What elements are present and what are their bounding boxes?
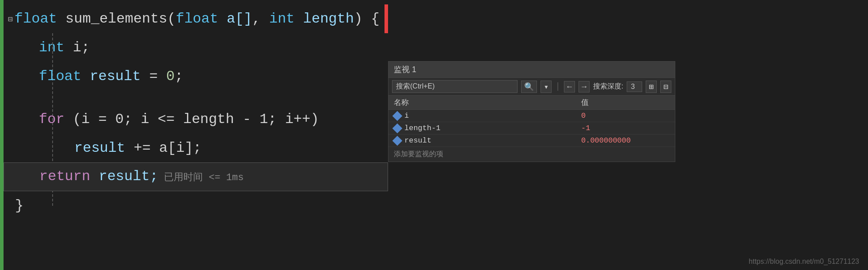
code-line-3: float result = 0; (4, 62, 388, 91)
watch-row-result[interactable]: result 0.000000000 (388, 135, 675, 147)
code-line-empty (4, 91, 388, 105)
depth-label: 搜索深度: (593, 82, 623, 91)
kw-int-1: int (269, 11, 295, 27)
punc-2: ) { (354, 11, 380, 27)
separator-1: | (555, 81, 560, 92)
watch-icon-length (392, 123, 403, 133)
collapse-icon[interactable]: ⊟ (8, 14, 13, 24)
kw-return: return (39, 168, 90, 185)
kw-float-3: float (39, 68, 81, 85)
watch-search-box[interactable]: 搜索(Ctrl+E) (392, 80, 518, 93)
depth-value[interactable]: 3 (627, 81, 642, 92)
line4-op1: = (98, 111, 107, 127)
code-line-1: ⊟ float sum_elements(float a[], int leng… (4, 4, 388, 33)
col-name-header: 名称 (394, 97, 581, 108)
code-line-6-text: return result; 已用时间 <= 1ms (39, 162, 244, 192)
line3-end: ; (175, 68, 183, 85)
line5-op: += (125, 140, 151, 156)
kw-float-2: float (176, 11, 218, 27)
line5-rest: a[i]; (151, 140, 202, 156)
code-line-5: result += a[i]; (4, 134, 388, 162)
watch-name-length: length-1 (394, 124, 581, 132)
line5-result: result (74, 140, 125, 156)
code-line-5-text: result += a[i]; (74, 134, 202, 162)
line4-rest3: length (175, 111, 243, 127)
col-value-header: 值 (581, 97, 670, 108)
line3-op: = (149, 68, 158, 85)
closing-brace: } (15, 197, 23, 214)
options-icon[interactable]: ⊟ (660, 81, 671, 93)
left-border (0, 0, 4, 270)
line6-rest: result; (90, 168, 158, 185)
watch-panel: 监视 1 搜索(Ctrl+E) 🔍 ▾ | ← → 搜索深度: 3 ⊞ ⊟ 名称… (388, 61, 675, 162)
kw-float-1: float (15, 11, 57, 27)
line4-op3: - (243, 111, 251, 127)
line3-result: result (81, 68, 149, 85)
param-a: a[] (218, 11, 252, 27)
red-indicator (385, 4, 388, 33)
line6-time: 已用时间 <= 1ms (158, 172, 244, 183)
watch-value-i: 0 (581, 112, 670, 120)
code-line-7-text: } (8, 191, 23, 220)
watch-icon-result (392, 135, 403, 146)
code-line-1-text: float sum_elements(float a[], int length… (15, 4, 380, 33)
kw-int-2: int (39, 39, 65, 56)
watch-name-result: result (394, 136, 581, 145)
code-line-2-text: int i; (39, 33, 90, 62)
punc-1: , (252, 11, 269, 27)
filter-icon[interactable]: ⊞ (646, 81, 657, 93)
watermark: https://blog.csdn.net/m0_51271123 (749, 258, 859, 266)
line2-rest: i; (65, 39, 90, 56)
watch-row-i[interactable]: i 0 (388, 110, 675, 122)
kw-for: for (39, 111, 65, 127)
line4-rest1: (i (65, 111, 99, 127)
line4-rest2: 0; i (107, 111, 158, 127)
code-line-3-text: float result = 0; (39, 62, 183, 91)
search-icon[interactable]: 🔍 (521, 81, 537, 93)
watch-header: 名称 值 (388, 96, 675, 110)
code-line-2: int i; (4, 33, 388, 62)
forward-icon[interactable]: → (579, 81, 590, 93)
code-line-7: } (4, 191, 388, 220)
code-area: ⊟ float sum_elements(float a[], int leng… (4, 0, 388, 270)
watch-value-result: 0.000000000 (581, 136, 670, 145)
watch-row-length[interactable]: length-1 -1 (388, 122, 675, 135)
dropdown-icon[interactable]: ▾ (541, 81, 552, 93)
fn-name: sum_elements( (57, 11, 176, 27)
code-line-4-text: for (i = 0; i <= length - 1; i++) (39, 105, 319, 134)
line4-rest4: 1; i++) (251, 111, 319, 127)
watch-name-i: i (394, 112, 581, 120)
watch-add-hint[interactable]: 添加要监视的项 (388, 147, 675, 162)
watch-value-length: -1 (581, 124, 670, 132)
line3-num: 0 (158, 68, 175, 85)
line4-op2: <= (158, 111, 175, 127)
back-icon[interactable]: ← (564, 81, 575, 93)
code-line-4: for (i = 0; i <= length - 1; i++) (4, 105, 388, 134)
watch-icon-i (392, 111, 403, 121)
watch-title: 监视 1 (388, 62, 675, 78)
param-length: length (295, 11, 354, 27)
search-label: 搜索(Ctrl+E) (396, 82, 435, 91)
watch-toolbar: 搜索(Ctrl+E) 🔍 ▾ | ← → 搜索深度: 3 ⊞ ⊟ (388, 78, 675, 96)
code-line-6: return result; 已用时间 <= 1ms (4, 162, 388, 191)
